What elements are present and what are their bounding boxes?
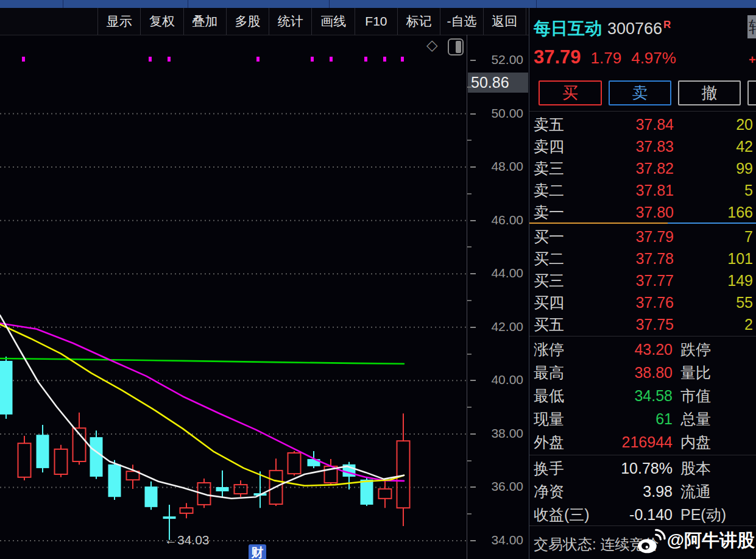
ma-green-line — [0, 358, 404, 364]
stock-name: 每日互动 — [534, 19, 602, 38]
candle-18 — [325, 459, 337, 485]
level-price[interactable]: 37.82 — [590, 160, 674, 177]
ask-list: 卖五37.8420卖四37.8342卖三37.8299卖二37.815卖一37.… — [529, 113, 756, 223]
panel-divider — [529, 336, 756, 336]
candle-6 — [108, 460, 121, 500]
level-volume: 101 — [674, 250, 756, 268]
bid-ask-divider — [529, 223, 756, 224]
stat-label2: 总量 — [673, 409, 756, 429]
axis-label: 48.00 — [467, 159, 523, 174]
bid-row[interactable]: 买一37.797 — [529, 226, 756, 247]
stat-label: 最高 — [529, 363, 595, 383]
price-axis: 50.86 52.0050.0048.0046.0044.0042.0040.0… — [467, 35, 529, 559]
level-price[interactable]: 37.84 — [590, 116, 674, 134]
buy-button[interactable]: 买 — [539, 80, 602, 105]
level-price[interactable]: 37.77 — [590, 272, 674, 290]
clipped-red-text: + — [749, 53, 756, 67]
level-price[interactable]: 37.81 — [590, 182, 674, 199]
signal-marker-dot — [383, 57, 386, 62]
axis-minor-tick — [467, 87, 472, 88]
stat-label2: PE(动) — [673, 505, 756, 525]
level-volume: 42 — [674, 138, 756, 155]
level-label: 买二 — [529, 249, 590, 269]
level-label: 卖三 — [529, 158, 590, 179]
level-volume: 5 — [674, 182, 756, 199]
candle-2 — [37, 425, 49, 472]
stat-value: 3.98 — [595, 483, 673, 500]
sell-button[interactable]: 卖 — [609, 80, 671, 105]
caijing-logo: 财 — [249, 544, 266, 559]
candle-3 — [55, 445, 68, 477]
candle-16 — [288, 451, 301, 475]
stat-label2: 内盘 — [673, 432, 756, 452]
axis-label: 44.00 — [467, 266, 523, 280]
stat-label2: 量比 — [673, 363, 756, 383]
bid-row[interactable]: 买三37.77149 — [529, 269, 756, 291]
stat-row-最低: 最低34.58市值 — [529, 384, 756, 407]
candle-10 — [180, 503, 193, 518]
level-price[interactable]: 37.79 — [590, 228, 674, 246]
ask-row[interactable]: 卖四37.8342 — [529, 135, 756, 157]
axis-minor-tick — [467, 354, 472, 355]
split-panel-icon[interactable] — [448, 38, 464, 55]
level-label: 卖二 — [529, 180, 590, 201]
candle-0 — [0, 357, 13, 419]
order-buttons: 买 卖 撤 — [529, 80, 756, 105]
signal-marker-dot — [311, 57, 314, 62]
axis-highlight-label: 50.86 — [468, 73, 528, 93]
signal-marker-dot — [256, 57, 260, 62]
bid-row[interactable]: 买二37.78101 — [529, 247, 756, 269]
candle-21 — [379, 480, 392, 508]
level-volume: 149 — [674, 272, 756, 290]
candle-1 — [18, 436, 31, 480]
ask-row[interactable]: 卖三37.8299 — [529, 157, 756, 179]
signal-marker-dot — [330, 57, 333, 62]
level-volume: 99 — [674, 160, 756, 177]
axis-label: 42.00 — [467, 319, 523, 334]
price-change: 1.79 — [591, 49, 622, 67]
registration-badge: R — [663, 19, 671, 30]
topbar-divider — [536, 0, 537, 8]
axis-minor-tick — [467, 513, 472, 514]
ask-row[interactable]: 卖五37.8420 — [529, 113, 756, 135]
bid-row[interactable]: 买四37.7655 — [529, 291, 756, 313]
stat-value: 38.80 — [595, 364, 673, 382]
watermark: @阿牛讲股 — [635, 527, 755, 554]
level-label: 买四 — [529, 293, 590, 313]
stat-value: 61 — [595, 410, 673, 428]
stat-row-现量: 现量61总量 — [529, 407, 756, 430]
level-price[interactable]: 37.75 — [590, 316, 674, 333]
level-label: 卖四 — [529, 137, 590, 157]
ask-row[interactable]: 卖二37.815 — [529, 179, 756, 201]
stats-list: 涨停43.20跌停最高38.80量比最低34.58市值现量61总量外盘21694… — [529, 338, 756, 454]
level-price[interactable]: 37.80 — [590, 204, 674, 221]
toolbar-item-返回[interactable]: 返回 — [484, 8, 526, 35]
level-price[interactable]: 37.78 — [590, 250, 674, 268]
axis-label: 52.00 — [467, 52, 523, 67]
cancel-order-button[interactable]: 撤 — [678, 80, 741, 105]
level-price[interactable]: 37.76 — [590, 294, 674, 312]
diamond-marker-icon[interactable]: ◇ — [426, 37, 437, 54]
bid-row[interactable]: 买五37.752 — [529, 313, 756, 335]
ask-row[interactable]: 卖一37.80166 — [529, 201, 756, 223]
low-price-annotation: ←34.03 — [164, 533, 210, 547]
stat-value: 43.20 — [595, 341, 673, 358]
divider-blue — [668, 223, 756, 224]
ma-magenta-line — [0, 323, 404, 481]
trading-app-window: 显示复权叠加多股统计画线F10标记-自选返回 ◇ ←34.03 财 50.86 … — [0, 0, 756, 559]
kline-chart-canvas[interactable] — [0, 0, 467, 559]
quote-panel: 每日互动300766R 37.791.794.97% 买 卖 撤 卖五37.84… — [529, 8, 756, 559]
stat-label: 外盘 — [529, 432, 595, 452]
stat-label2: 流通 — [673, 482, 756, 502]
stat-label: 最低 — [529, 386, 595, 406]
level-label: 买五 — [529, 315, 590, 335]
stat-value: 34.58 — [595, 387, 673, 405]
partial-button[interactable] — [747, 80, 756, 105]
clipped-side-tab[interactable]: 轱 — [747, 15, 756, 40]
candle-17 — [308, 451, 320, 468]
level-price[interactable]: 37.83 — [590, 138, 674, 155]
stat-label: 现量 — [529, 409, 595, 429]
stock-header: 每日互动300766R — [534, 17, 671, 40]
stat-label: 净资 — [529, 482, 595, 502]
candle-13 — [235, 480, 247, 497]
